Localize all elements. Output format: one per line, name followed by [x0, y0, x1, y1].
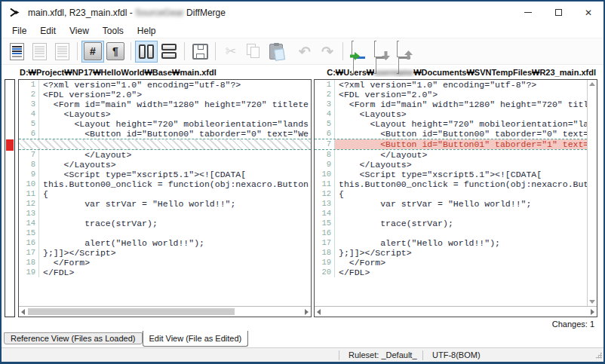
- line-number: 18: [19, 258, 39, 268]
- minimize-button[interactable]: [513, 2, 543, 23]
- maximize-icon: [555, 9, 562, 16]
- menu-help[interactable]: Help: [131, 24, 163, 38]
- code-line: 4 <Layouts>: [19, 109, 311, 119]
- code-text[interactable]: trace(strVar);: [335, 219, 587, 228]
- menu-file[interactable]: File: [5, 24, 33, 38]
- resize-grip[interactable]: [595, 352, 602, 359]
- code-text[interactable]: </Layout>: [39, 150, 311, 160]
- code-text[interactable]: <Layouts>: [335, 109, 587, 119]
- code-text[interactable]: var strVar = "Hello world!!";: [335, 199, 587, 209]
- cut-button: ✂: [220, 41, 242, 63]
- scroll-up-arrow[interactable]: [589, 82, 595, 86]
- tab-edit-view[interactable]: Edit View (File as Edited): [143, 331, 249, 347]
- overview-ruler[interactable]: [5, 79, 15, 317]
- redo-icon: ↷: [321, 44, 333, 59]
- code-text[interactable]: this.Button00_onclick = function(obj:nex…: [39, 179, 311, 189]
- code-line: 7 </Layout>: [19, 150, 311, 160]
- code-line: 12 var strVar = "Hello world!!";: [19, 199, 311, 209]
- code-text[interactable]: this.Button00_onclick = function(obj:nex…: [335, 179, 587, 189]
- code-text[interactable]: <FDL version="2.0">: [335, 90, 587, 99]
- code-text[interactable]: [335, 228, 587, 238]
- code-text[interactable]: <Script type="xscript5.1"><![CDATA[: [335, 170, 587, 179]
- code-text[interactable]: [39, 228, 311, 238]
- code-text[interactable]: <Layout height="720" mobileorientation="…: [39, 119, 311, 129]
- apply-change-button[interactable]: [347, 41, 370, 63]
- code-line: 20</FDL>: [315, 268, 587, 277]
- code-line: 10 <Script type="xscript5.1"><![CDATA[: [315, 170, 587, 179]
- code-text[interactable]: </Form>: [39, 258, 311, 268]
- code-text[interactable]: };]]></Script>: [335, 248, 587, 258]
- line-number: 6: [315, 129, 335, 139]
- menu-tools[interactable]: Tools: [96, 24, 131, 38]
- code-text[interactable]: [335, 209, 587, 219]
- code-text[interactable]: <?xml version="1.0" encoding="utf-8"?>: [39, 80, 311, 90]
- code-text[interactable]: <Button id="Button00" taborder="0" text=…: [39, 129, 311, 139]
- scroll-right-arrow[interactable]: [591, 309, 594, 315]
- show-whitespace-toggle[interactable]: ¶: [104, 41, 127, 63]
- right-vertical-scrollbar[interactable]: [587, 80, 597, 306]
- code-text[interactable]: </Layout>: [335, 150, 587, 160]
- code-text[interactable]: {: [39, 189, 311, 199]
- code-text[interactable]: <Form id="main" width="1280" height="720…: [335, 99, 587, 109]
- right-horizontal-scrollbar[interactable]: [315, 306, 597, 317]
- file-diff-button[interactable]: [5, 41, 28, 63]
- scroll-right-arrow[interactable]: [305, 309, 309, 315]
- right-code-area[interactable]: 1<?xml version="1.0" encoding="utf-8"?>2…: [315, 80, 587, 306]
- code-text[interactable]: </Layouts>: [39, 160, 311, 170]
- line-number: 11: [315, 179, 335, 189]
- code-line: 6 <Button id="Button00" taborder="0" tex…: [19, 129, 311, 139]
- save-button[interactable]: [189, 41, 211, 63]
- code-text[interactable]: </Layouts>: [335, 160, 587, 170]
- horizontal-split-toggle[interactable]: [158, 41, 180, 63]
- code-text[interactable]: alert("Hello world!!");: [39, 238, 311, 248]
- left-file-panel: 1<?xml version="1.0" encoding="utf-8"?>2…: [18, 79, 312, 317]
- menu-view[interactable]: View: [63, 24, 96, 38]
- line-numbers-toggle[interactable]: #: [81, 41, 104, 63]
- line-number: 4: [19, 109, 39, 119]
- code-text[interactable]: </FDL>: [39, 268, 311, 277]
- code-text[interactable]: [39, 209, 311, 219]
- left-code-area[interactable]: 1<?xml version="1.0" encoding="utf-8"?>2…: [19, 80, 311, 306]
- scroll-left-arrow[interactable]: [21, 309, 25, 315]
- tab-reference-view[interactable]: Reference View (Files as Loaded): [4, 332, 143, 344]
- code-text[interactable]: var strVar = "Hello world!!";: [39, 199, 311, 209]
- code-text[interactable]: <Button id="Button01" taborder="1" text=…: [335, 139, 587, 149]
- line-number: 3: [315, 99, 335, 109]
- prev-change-button[interactable]: [392, 41, 415, 63]
- code-text[interactable]: {: [335, 189, 587, 199]
- code-line: 1<?xml version="1.0" encoding="utf-8"?>: [19, 80, 311, 90]
- scrollbar-thumb[interactable]: [28, 308, 235, 315]
- copy-button: [242, 41, 265, 63]
- menu-edit[interactable]: Edit: [33, 24, 63, 38]
- line-number: 16: [315, 228, 335, 238]
- code-text[interactable]: <?xml version="1.0" encoding="utf-8"?>: [335, 80, 587, 90]
- code-text[interactable]: </FDL>: [335, 268, 587, 277]
- code-text[interactable]: <Form id="main" width="1280" height="720…: [39, 99, 311, 109]
- line-number: 16: [19, 238, 39, 248]
- vertical-split-toggle[interactable]: [135, 41, 158, 63]
- code-text[interactable]: <Layouts>: [39, 109, 311, 119]
- next-change-button[interactable]: [370, 41, 392, 63]
- line-number: 8: [315, 150, 335, 160]
- scroll-left-arrow[interactable]: [317, 309, 321, 315]
- code-text[interactable]: trace(strVar);: [39, 219, 311, 228]
- close-button[interactable]: ✕: [573, 2, 603, 23]
- code-line: 5 <Layout height="720" mobileorientation…: [315, 119, 587, 129]
- paste-button[interactable]: [265, 41, 287, 63]
- prev-change-icon: [397, 43, 410, 60]
- scroll-down-arrow[interactable]: [589, 300, 595, 304]
- code-text[interactable]: <Script type="xscript5.1"><![CDATA[: [39, 170, 311, 179]
- line-number: 13: [315, 199, 335, 209]
- code-text[interactable]: <FDL version="2.0">: [39, 90, 311, 99]
- left-horizontal-scrollbar[interactable]: [19, 306, 311, 317]
- change-marker[interactable]: [6, 139, 14, 151]
- line-number: 13: [19, 209, 39, 219]
- code-text[interactable]: alert("Hello world!!");: [335, 238, 587, 248]
- code-line: 6 <Button id="Button00" taborder="0" tex…: [315, 129, 587, 139]
- code-text[interactable]: <Button id="Button00" taborder="0" text=…: [335, 129, 587, 139]
- redacted-username: username: [374, 68, 413, 77]
- code-text[interactable]: </Form>: [335, 258, 587, 268]
- code-text[interactable]: };]]></Script>: [39, 248, 311, 258]
- code-text[interactable]: <Layout height="720" mobileorientation="…: [335, 119, 587, 129]
- maximize-button[interactable]: [543, 2, 573, 23]
